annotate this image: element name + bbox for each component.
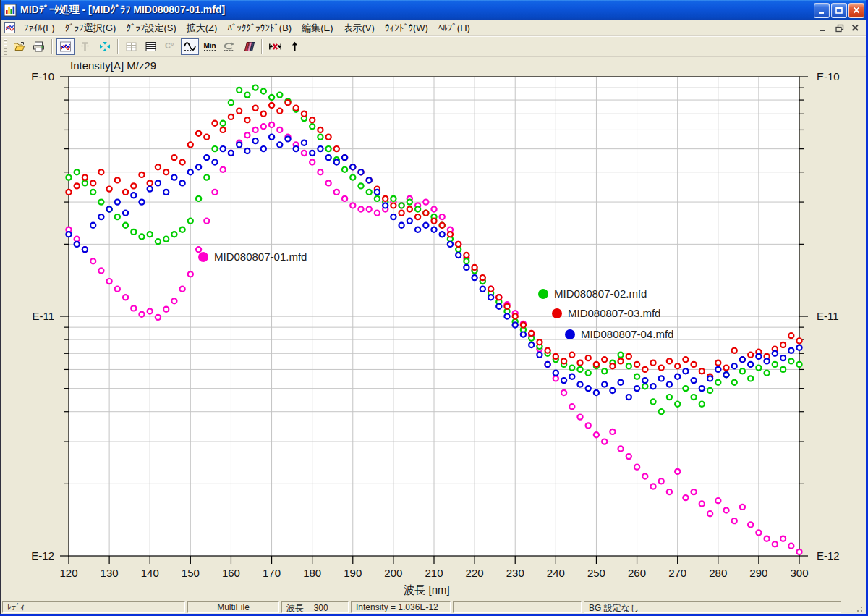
- data-point: [188, 142, 193, 147]
- data-point: [269, 95, 274, 100]
- data-point: [634, 465, 639, 470]
- toolbar-grip[interactable]: [4, 39, 7, 55]
- data-point: [650, 399, 655, 404]
- redraw-loop-button[interactable]: [220, 38, 238, 55]
- printer-icon: [33, 41, 45, 53]
- data-point: [602, 439, 607, 444]
- status-intensity: Intensity = 1.036E-12: [351, 601, 451, 613]
- menu-window[interactable]: ｳｨﾝﾄﾞｳ(W): [380, 21, 433, 35]
- data-point: [90, 223, 95, 228]
- list-icon: [145, 41, 157, 53]
- data-point: [188, 219, 193, 224]
- y-axis-label-right: E-12: [817, 549, 840, 562]
- data-point: [431, 227, 436, 232]
- data-point: [496, 295, 501, 300]
- mdi-minimize-button[interactable]: [817, 22, 830, 34]
- app-chart-icon: [4, 4, 17, 17]
- data-point: [602, 368, 607, 374]
- print-button[interactable]: [30, 38, 48, 55]
- data-point: [237, 142, 242, 147]
- data-point: [699, 501, 705, 506]
- data-point: [66, 175, 71, 180]
- data-point: [326, 146, 331, 151]
- data-point: [667, 489, 672, 494]
- x-tick-label: 260: [628, 567, 646, 579]
- export-up-button[interactable]: [286, 38, 304, 55]
- data-point: [715, 367, 720, 372]
- legend-label: MID080807-03.mfd: [568, 307, 660, 319]
- menu-file[interactable]: ﾌｧｲﾙ(F): [19, 21, 60, 35]
- min-axis-button[interactable]: Min: [200, 38, 218, 55]
- data-point: [261, 111, 266, 117]
- mdi-close-button[interactable]: [848, 22, 862, 34]
- min-label: Min: [203, 42, 216, 50]
- data-point: [367, 177, 372, 182]
- data-point: [148, 187, 153, 192]
- loop-arrow-icon: [222, 41, 236, 53]
- fit-view-button[interactable]: [95, 38, 114, 55]
- data-point: [188, 271, 193, 277]
- menu-zoom[interactable]: 拡大(Z): [182, 20, 223, 36]
- x-tick-label: 120: [59, 567, 77, 579]
- background-button[interactable]: [239, 38, 258, 55]
- chart-title: Intensity[A] M/z29: [70, 59, 156, 72]
- data-point: [269, 135, 274, 140]
- data-point: [692, 395, 697, 400]
- menu-view[interactable]: 表示(V): [339, 20, 380, 36]
- mdi-restore-button[interactable]: [833, 22, 846, 34]
- mdi-document-icon[interactable]: [4, 22, 16, 34]
- data-point: [699, 386, 705, 391]
- menu-edit[interactable]: 編集(E): [297, 20, 338, 36]
- data-point: [788, 333, 793, 338]
- data-point: [82, 180, 88, 185]
- data-point: [456, 242, 461, 247]
- x-tick-label: 300: [790, 567, 808, 579]
- resize-grip[interactable]: [854, 604, 864, 613]
- maximize-button[interactable]: [831, 3, 847, 18]
- chart[interactable]: E-10E-10E-11E-11E-12E-121201301401501601…: [1, 57, 866, 600]
- data-point: [253, 138, 258, 143]
- data-point: [294, 106, 299, 111]
- data-point: [618, 380, 624, 385]
- menu-background[interactable]: ﾊﾞｯｸｸﾞﾗｳﾝﾄﾞ(B): [222, 21, 297, 35]
- data-point: [732, 348, 737, 353]
- minimize-button[interactable]: [814, 3, 830, 18]
- data-point: [699, 402, 705, 407]
- exclude-x-button[interactable]: [266, 38, 284, 55]
- data-point: [586, 386, 591, 391]
- data-point: [634, 386, 639, 391]
- data-point: [98, 200, 103, 205]
- data-point: [358, 183, 363, 188]
- celsius-icon: C°: [163, 41, 177, 53]
- data-point: [75, 242, 80, 247]
- x-tick-label: 290: [749, 567, 767, 579]
- data-point: [602, 381, 607, 387]
- open-file-button[interactable]: [10, 38, 28, 55]
- data-point: [415, 206, 420, 211]
- data-point: [123, 223, 128, 228]
- data-point: [773, 351, 778, 356]
- x-tick-label: 130: [101, 567, 119, 579]
- list-view-button[interactable]: [142, 38, 160, 55]
- close-button[interactable]: [848, 3, 864, 18]
- data-point: [196, 131, 201, 136]
- data-point: [634, 374, 639, 379]
- data-point: [740, 357, 745, 362]
- menu-help[interactable]: ﾍﾙﾌﾟ(H): [433, 21, 475, 35]
- graph-view-button[interactable]: [56, 38, 75, 55]
- data-point: [196, 196, 201, 201]
- data-point: [577, 360, 582, 366]
- data-point: [561, 390, 566, 395]
- data-point: [683, 386, 688, 391]
- data-point: [221, 146, 226, 151]
- menu-graph-select[interactable]: ｸﾞﾗﾌ選択(G): [60, 20, 122, 36]
- x-tick-label: 170: [263, 567, 281, 579]
- svg-text:C°: C°: [165, 41, 174, 50]
- menu-graph-settings[interactable]: ｸﾞﾗﾌ設定(S): [121, 20, 181, 36]
- data-point: [715, 498, 720, 503]
- data-point: [692, 378, 697, 383]
- data-point: [367, 206, 372, 211]
- legend-label: MID080807-01.mfd: [214, 250, 307, 263]
- data-point: [326, 155, 331, 160]
- wave-axis-button[interactable]: [181, 38, 199, 55]
